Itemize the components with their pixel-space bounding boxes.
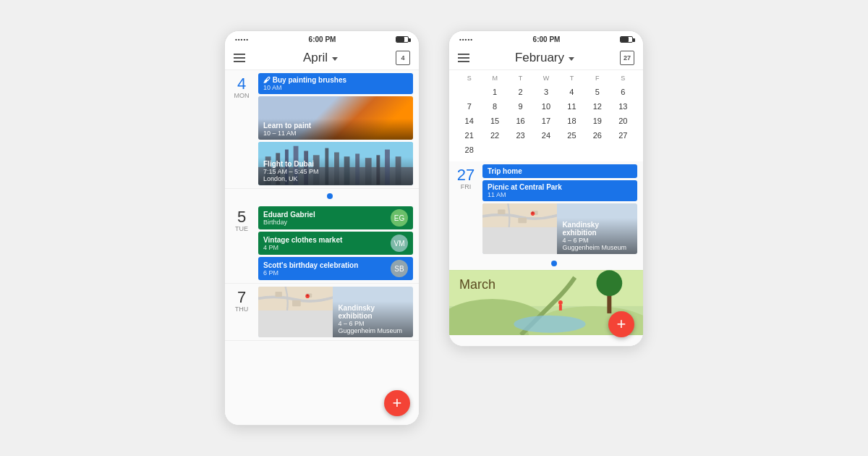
- date-empty: [456, 85, 482, 99]
- week-row-4: 21 22 23 24 25 26 27: [456, 128, 636, 143]
- month-title-1[interactable]: April: [303, 51, 338, 65]
- event-text-eduard: Eduard Gabriel Birthday: [263, 211, 315, 226]
- event-time-learn: 10 – 11 AM: [263, 130, 408, 137]
- date-14[interactable]: 14: [456, 114, 482, 128]
- date-27-wrap[interactable]: 27: [610, 128, 636, 143]
- dot-sep-2: [449, 257, 643, 270]
- date-19[interactable]: 19: [584, 114, 610, 128]
- calendar-icon-1[interactable]: 4: [396, 51, 410, 65]
- date-20[interactable]: 20: [610, 114, 636, 128]
- event-buy-painting[interactable]: 🖌 Buy painting brushes 10 AM: [258, 73, 413, 94]
- date-15[interactable]: 15: [482, 114, 507, 128]
- event-kandinsky-2[interactable]: Kandinsky exhibition 4 – 6 PM Guggenheim…: [482, 203, 637, 254]
- day-number-4: 4: [231, 76, 252, 92]
- event-sub-kandinsky-2: Guggenheim Museum: [562, 244, 632, 251]
- dropdown-arrow-2: [569, 57, 574, 61]
- event-scott[interactable]: Scott's birthday celebration 6 PM SB: [258, 257, 413, 280]
- date-7[interactable]: 7: [456, 99, 482, 114]
- hamburger-menu-1[interactable]: [234, 54, 245, 62]
- event-learn-paint[interactable]: Learn to paint 10 – 11 AM: [258, 96, 413, 140]
- day-name-4: Mon: [231, 92, 252, 99]
- hamburger-menu-2[interactable]: [458, 54, 469, 62]
- weekday-M: M: [482, 73, 507, 83]
- event-time-kandinsky-2: 4 – 6 PM: [562, 237, 632, 244]
- avatar-vintage: VM: [391, 235, 408, 252]
- event-img-text-paint: Learn to paint 10 – 11 AM: [258, 119, 413, 140]
- event-sub-vintage: 4 PM: [263, 244, 342, 251]
- event-eduard[interactable]: Eduard Gabriel Birthday EG: [258, 206, 413, 229]
- fab-1[interactable]: +: [384, 390, 410, 416]
- date-21[interactable]: 21: [456, 128, 482, 143]
- calendar-icon-2[interactable]: 27: [620, 51, 634, 65]
- event-dubai[interactable]: Flight to Dubai 7:15 AM – 5:45 PM London…: [258, 142, 413, 185]
- event-title-dubai: Flight to Dubai: [263, 160, 408, 168]
- date-27-today[interactable]: 27: [618, 131, 627, 140]
- event-kandinsky-1[interactable]: Kandinsky exhibition 4 – 6 PM Guggenheim…: [258, 287, 413, 337]
- date-4[interactable]: 4: [559, 85, 584, 99]
- date-8[interactable]: 8: [482, 99, 507, 114]
- date-26[interactable]: 26: [584, 128, 610, 143]
- status-bar-1: ••••• 6:00 PM: [225, 31, 419, 46]
- event-title-painting: 🖌 Buy painting brushes: [263, 76, 408, 84]
- date-9[interactable]: 9: [508, 99, 533, 114]
- signal-dots-2: •••••: [459, 36, 473, 43]
- weekday-S1: S: [456, 73, 482, 83]
- date-23[interactable]: 23: [508, 128, 533, 143]
- date-10[interactable]: 10: [533, 99, 558, 114]
- event-title-kandinsky-1: Kandinsky exhibition: [338, 304, 408, 320]
- dot-sep-1: [225, 189, 419, 203]
- phone2: ••••• 6:00 PM February 27 S M T W T F: [448, 30, 644, 347]
- day-label-27: 27 Fri: [449, 161, 482, 257]
- month-label-1: April: [303, 51, 328, 65]
- week-row-2: 7 8 9 10 11 12 13: [456, 99, 636, 114]
- date-16[interactable]: 16: [508, 114, 533, 128]
- events-col-7: Kandinsky exhibition 4 – 6 PM Guggenheim…: [258, 284, 419, 340]
- event-img-text-kandinsky-2: Kandinsky exhibition 4 – 6 PM Guggenheim…: [557, 218, 637, 254]
- event-title-vintage: Vintage clothes market: [263, 236, 342, 244]
- date-11[interactable]: 11: [559, 99, 584, 114]
- event-title-picnic: Picnic at Central Park: [488, 183, 632, 191]
- fab-2[interactable]: +: [608, 311, 634, 337]
- date-22[interactable]: 22: [482, 128, 507, 143]
- date-1[interactable]: 1: [482, 85, 507, 99]
- date-6[interactable]: 6: [610, 85, 636, 99]
- weekday-F: F: [584, 73, 610, 83]
- event-title-scott: Scott's birthday celebration: [263, 261, 358, 269]
- event-sub-dubai: London, UK: [263, 175, 408, 182]
- day-name-27: Fri: [455, 183, 477, 190]
- event-text-scott: Scott's birthday celebration 6 PM: [263, 261, 358, 276]
- week-row-5: 28: [456, 143, 636, 157]
- weekday-row: S M T W T F S: [456, 73, 636, 83]
- month-title-2[interactable]: February: [515, 51, 574, 65]
- date-12[interactable]: 12: [584, 99, 610, 114]
- events-col-4: 🖌 Buy painting brushes 10 AM Learn to pa…: [258, 70, 419, 188]
- day-label-4: 4 Mon: [225, 70, 258, 188]
- dot-2: [551, 261, 557, 266]
- date-5[interactable]: 5: [584, 85, 610, 99]
- event-vintage[interactable]: Vintage clothes market 4 PM VM: [258, 232, 413, 255]
- date-18[interactable]: 18: [559, 114, 584, 128]
- date-17[interactable]: 17: [533, 114, 558, 128]
- event-trip-home[interactable]: Trip home: [482, 164, 637, 178]
- dropdown-arrow-1: [332, 57, 338, 61]
- day-section-27: 27 Fri Trip home Picnic at Central Park …: [449, 161, 643, 257]
- avatar-scott: SB: [391, 260, 408, 277]
- date-3[interactable]: 3: [533, 85, 558, 99]
- date-13[interactable]: 13: [610, 99, 636, 114]
- kandinsky-map-svg-2: [482, 203, 557, 227]
- date-25[interactable]: 25: [559, 128, 584, 143]
- status-bar-2: ••••• 6:00 PM: [449, 31, 643, 46]
- header-1: April 4: [225, 46, 419, 70]
- svg-rect-24: [518, 218, 527, 224]
- day-name-7: Thu: [231, 305, 252, 313]
- battery-2: [620, 36, 633, 43]
- date-2[interactable]: 2: [508, 85, 533, 99]
- event-picnic[interactable]: Picnic at Central Park 11 AM: [482, 180, 637, 201]
- event-time-scott: 6 PM: [263, 269, 358, 276]
- day-number-7: 7: [231, 290, 252, 305]
- date-24[interactable]: 24: [533, 128, 558, 143]
- kandinsky-map-svg-1: [258, 287, 333, 311]
- date-28[interactable]: 28: [456, 143, 482, 157]
- day-label-7: 7 Thu: [225, 284, 258, 340]
- time-1: 6:00 PM: [309, 35, 336, 43]
